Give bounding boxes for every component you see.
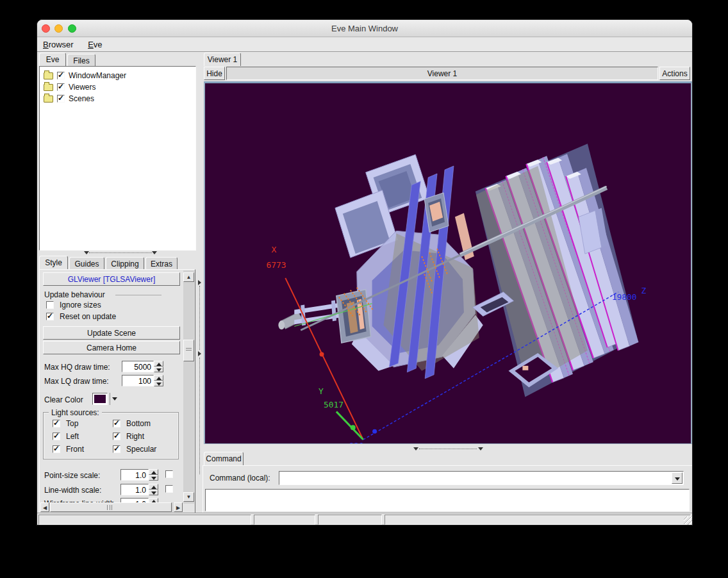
max-hq-spinner[interactable] [154,361,163,372]
light-top-checkbox[interactable] [53,420,60,427]
line-width-label: Line-width scale: [44,486,101,495]
tree-item-checkbox[interactable] [57,83,65,91]
scrollbar-thumb[interactable] [183,340,194,361]
light-front-checkbox[interactable] [53,445,60,453]
tree-item-label[interactable]: Scenes [69,94,94,103]
status-segment [38,515,251,525]
menu-eve[interactable]: Eve [82,38,108,49]
ignore-sizes-checkbox[interactable] [46,301,54,309]
update-scene-button[interactable]: Update Scene [43,326,180,340]
scroll-right-icon[interactable]: ▶ [174,502,183,512]
splitter-dotted-line [89,252,152,253]
splitter-dotted-line [199,358,200,474]
spin-down-icon[interactable] [151,477,156,480]
light-bottom-checkbox[interactable] [113,420,120,427]
actions-button[interactable]: Actions [659,67,690,80]
command-dropdown-button[interactable] [672,472,682,484]
gl-scene[interactable]: X 6773 Y 5017 Z 19800 -920 [205,83,691,443]
chevron-down-icon [478,447,483,450]
light-specular-label[interactable]: Specular [126,445,156,454]
splitter-dotted-line [419,449,477,449]
menu-bar: Browser Eve [37,38,692,52]
max-hq-field[interactable]: 5000 [122,361,154,372]
title-bar[interactable]: Eve Main Window [37,20,692,37]
viewer-title-bar[interactable]: Viewer 1 [226,67,658,80]
point-size-checkbox[interactable] [165,470,173,478]
z-axis-label: Z [641,286,646,295]
main-vertical-splitter[interactable] [197,51,203,513]
clear-color-swatch[interactable] [92,393,108,405]
light-left-checkbox[interactable] [53,433,60,440]
spin-up-icon[interactable] [151,486,156,489]
tab-files[interactable]: Files [67,54,95,66]
command-local-label: Command (local): [210,474,270,483]
light-left-label[interactable]: Left [66,432,79,441]
light-specular-checkbox[interactable] [113,445,120,453]
tab-clipping[interactable]: Clipping [106,257,144,269]
spin-down-icon[interactable] [156,368,161,372]
menu-browser[interactable]: Browser [37,38,79,49]
tab-style[interactable]: Style [39,256,68,269]
style-horizontal-scrollbar[interactable]: ◀ ▶ [40,502,183,512]
tree-item-label[interactable]: Viewers [69,83,95,92]
viewer-horizontal-splitter[interactable] [204,447,692,451]
point-size-spinner[interactable] [149,469,158,481]
tab-command[interactable]: Command [204,452,244,465]
spin-down-icon[interactable] [156,383,161,386]
glviewer-button[interactable]: GLViewer [TGLSAViewer] [43,272,180,286]
tab-guides[interactable]: Guides [69,257,104,269]
max-lq-spinner[interactable] [154,375,163,386]
command-output-area[interactable] [205,489,690,511]
y-axis-label: Y [318,386,324,396]
divider [115,295,161,295]
light-right-label[interactable]: Right [126,432,144,441]
light-bottom-label[interactable]: Bottom [126,419,151,428]
reset-on-update-label[interactable]: Reset on update [60,312,116,321]
clear-color-dropdown[interactable] [110,393,118,405]
tab-eve[interactable]: Eve [39,53,66,66]
spin-up-icon[interactable] [151,471,156,474]
max-lq-field[interactable]: 100 [122,375,154,386]
tab-viewer-1[interactable]: Viewer 1 [204,53,241,66]
max-lq-label: Max LQ draw time: [44,377,109,386]
x-axis-label: X [271,245,276,254]
reset-on-update-checkbox[interactable] [46,313,54,320]
scroll-left-icon[interactable]: ◀ [40,502,49,512]
line-width-checkbox[interactable] [165,485,173,493]
spin-up-icon[interactable] [156,377,161,380]
tree-item-label[interactable]: WindowManager [69,71,126,80]
light-right-checkbox[interactable] [113,433,120,440]
command-combobox[interactable] [279,471,684,485]
tab-extras[interactable]: Extras [145,257,178,269]
line-width-spinner[interactable] [149,484,158,495]
tree-item-viewers[interactable]: Viewers [42,82,195,94]
eve-tree-panel: WindowManager Viewers Scenes [39,66,196,251]
y-axis-line [336,411,363,440]
point-size-field[interactable]: 1.0 [120,469,149,481]
light-front-label[interactable]: Front [66,445,84,454]
tree-item-checkbox[interactable] [57,95,65,103]
chevron-down-icon [84,251,89,254]
spin-down-icon[interactable] [151,491,156,495]
grip-lines-icon [107,505,112,510]
hide-button[interactable]: Hide [204,67,225,80]
folder-icon [44,95,53,103]
camera-home-button[interactable]: Camera Home [43,341,180,354]
style-panel: GLViewer [TGLSAViewer] Update behaviour … [39,269,195,513]
resize-grip-icon[interactable] [684,516,692,525]
scroll-up-icon[interactable]: ▲ [183,272,194,282]
scrollbar-thumb[interactable] [50,502,172,512]
chevron-down-icon [152,251,157,254]
light-top-label[interactable]: Top [66,419,78,428]
spin-up-icon[interactable] [156,363,161,366]
tree-item-windowmanager[interactable]: WindowManager [42,70,195,82]
line-width-field[interactable]: 1.0 [120,484,149,495]
style-vertical-scrollbar[interactable]: ▲ ▼ [183,270,194,504]
tree-item-scenes[interactable]: Scenes [42,94,195,105]
ignore-sizes-label[interactable]: Ignore sizes [60,301,101,310]
left-horizontal-splitter[interactable] [39,251,194,255]
chevron-down-icon [675,477,680,481]
scroll-down-icon[interactable]: ▼ [183,492,194,502]
tree-item-checkbox[interactable] [57,72,65,79]
gl-viewport[interactable]: X 6773 Y 5017 Z 19800 -920 [204,81,692,444]
